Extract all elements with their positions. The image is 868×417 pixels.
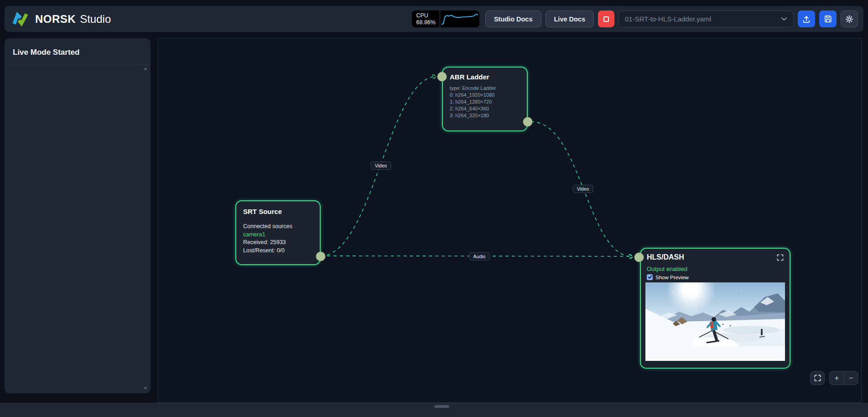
hls-node-header: HLS/DASH [645, 253, 785, 261]
settings-button[interactable] [841, 10, 858, 27]
norsk-logo-icon [12, 12, 31, 26]
drawer-handle[interactable] [434, 405, 449, 408]
port-hls-input[interactable] [634, 253, 644, 262]
abr-rung-2: 2: h264_640×360 [450, 105, 520, 112]
show-preview-label: Show Preview [655, 275, 689, 280]
sidebar-panel: Live Mode Started [5, 38, 151, 393]
zoom-control-group: + − [829, 371, 858, 385]
cpu-sparkline [442, 14, 478, 24]
app: NORSK Studio CPU 68.86% Studio Docs Live… [0, 0, 868, 417]
zoom-in-button[interactable]: + [830, 371, 844, 385]
cpu-monitor: CPU 68.86% [412, 10, 479, 27]
cpu-readout: CPU 68.86% [412, 10, 440, 27]
upload-icon [802, 15, 811, 24]
node-title: ABR Ladder [450, 73, 520, 81]
fit-view-button[interactable] [810, 371, 825, 385]
bottom-drawer [0, 403, 868, 417]
abr-rung-1: 1: h264_1280×720 [450, 99, 520, 105]
edge-label-video-2: Video [573, 185, 593, 193]
gear-icon [845, 15, 854, 24]
check-icon [648, 275, 652, 279]
port-abr-output[interactable] [523, 117, 533, 127]
fit-view-icon [814, 375, 821, 381]
cpu-sparkline-chart [440, 10, 479, 27]
node-title: HLS/DASH [647, 253, 684, 261]
port-srt-output[interactable] [316, 252, 326, 261]
header-bar: NORSK Studio CPU 68.86% Studio Docs Live… [5, 6, 863, 32]
expand-preview-button[interactable] [777, 254, 784, 261]
port-abr-input[interactable] [437, 72, 447, 82]
srt-source-name: camera1 [243, 231, 313, 239]
cpu-value: 68.86% [416, 19, 436, 26]
scroll-down-icon[interactable] [144, 387, 147, 390]
node-srt-source[interactable]: SRT Source Connected sources camera1 Rec… [235, 200, 321, 265]
abr-rung-0: 0: h264_1920×1080 [450, 92, 520, 99]
zoom-out-button[interactable]: − [844, 371, 858, 385]
node-title: SRT Source [243, 208, 313, 215]
edge-label-video-1: Video [371, 162, 391, 170]
pipeline-canvas[interactable]: Video Video Audio SRT Source Connected s… [158, 38, 862, 403]
upload-button[interactable] [798, 10, 815, 27]
chevron-down-icon [781, 17, 787, 21]
live-mode-status: Live Mode Started [5, 38, 151, 65]
brand-logo: NORSK Studio [12, 12, 111, 26]
scroll-up-icon[interactable] [144, 68, 147, 70]
save-icon [824, 15, 832, 23]
output-status: Output enabled [645, 266, 785, 272]
live-docs-button[interactable]: Live Docs [546, 10, 594, 27]
node-abr-ladder[interactable]: ABR Ladder type: Encode Ladder 0: h264_1… [442, 67, 528, 131]
srt-lost-stat: Lost/Resent: 0/0 [243, 247, 313, 255]
fullscreen-icon [777, 254, 784, 261]
srt-received-stat: Received: 25933 [243, 239, 313, 247]
file-dropdown[interactable]: 01-SRT-to-HLS-Ladder.yaml [619, 10, 794, 27]
cpu-label: CPU [416, 12, 436, 19]
header-actions: CPU 68.86% Studio Docs Live Docs 01-SRT-… [412, 10, 858, 27]
brand-name: NORSK [35, 13, 76, 26]
file-dropdown-value: 01-SRT-to-HLS-Ladder.yaml [625, 15, 711, 23]
abr-type-line: type: Encode Ladder [450, 85, 520, 92]
canvas-controls: + − [810, 371, 858, 385]
stop-icon [603, 16, 609, 22]
brand-suffix: Studio [80, 13, 111, 26]
node-hls-dash[interactable]: HLS/DASH Output enabled Show Preview [640, 248, 790, 369]
save-button[interactable] [819, 10, 837, 27]
preview-video-frame [645, 282, 785, 361]
show-preview-row: Show Preview [645, 274, 785, 280]
studio-docs-button[interactable]: Studio Docs [485, 10, 541, 27]
srt-connected-label: Connected sources [243, 223, 313, 231]
edge-label-audio: Audio [469, 252, 490, 261]
abr-rung-3: 3: h264_320×180 [450, 112, 520, 119]
stop-button[interactable] [598, 10, 614, 27]
show-preview-checkbox[interactable] [647, 274, 653, 280]
